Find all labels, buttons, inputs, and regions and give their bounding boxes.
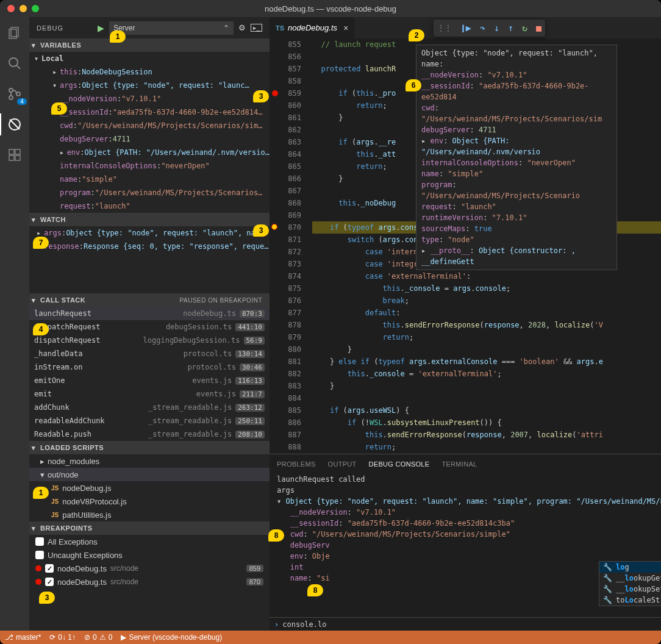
debug-status[interactable]: ▶ Server (vscode-node-debug) <box>121 633 222 642</box>
stack-frame[interactable]: readableAddChunk_stream_readable.js250:1… <box>29 414 270 428</box>
svg-rect-12 <box>15 149 20 154</box>
explorer-icon[interactable] <box>6 24 23 41</box>
loaded-script[interactable]: ▸node_modules <box>29 454 270 468</box>
stack-frame[interactable]: _handleDataprotocol.ts130:14 <box>29 347 270 360</box>
continue-button[interactable]: ❙▶ <box>460 23 471 34</box>
debug-header: DEBUG ▶ Server⌃ ⚙ ▸_ <box>29 17 270 38</box>
callout-marker: 8 <box>268 529 284 542</box>
scope-local[interactable]: ▾Local <box>29 52 270 65</box>
branch-status[interactable]: ⎇ master* <box>5 633 41 642</box>
maximize-window[interactable] <box>32 5 39 12</box>
suggest-item[interactable]: 🔧toLocaleString <box>599 595 661 606</box>
loaded-script[interactable]: JSpathUtilities.js <box>29 508 270 521</box>
all-exceptions[interactable]: All Exceptions <box>29 535 270 548</box>
breakpoint-row[interactable]: nodeDebug.tssrc/node859 <box>29 562 270 575</box>
svg-rect-11 <box>15 156 20 160</box>
drag-handle-icon[interactable]: ⋮⋮ <box>437 24 452 32</box>
svg-rect-9 <box>9 149 14 154</box>
stack-frame[interactable]: addChunk_stream_readable.js263:12 <box>29 401 270 414</box>
extensions-icon[interactable] <box>6 146 23 163</box>
debug-toolbar[interactable]: ⋮⋮ ❙▶ ↷ ↓ ↑ ↻ ■ <box>434 20 545 37</box>
variable-row[interactable]: program: "/Users/weinand/MS/Projects/Sce… <box>29 186 270 199</box>
variable-row[interactable]: debugServer: 4711 <box>29 132 270 146</box>
scm-icon[interactable]: 4 <box>6 85 23 102</box>
variable-row[interactable]: ▸env: Object {PATH: "/Users/weinand/.nvm… <box>29 146 270 159</box>
debug-hover[interactable]: Object {type: "node", request: "launch",… <box>416 45 617 270</box>
variable-row[interactable]: name: "simple" <box>29 173 270 186</box>
callout-marker: 4 <box>33 323 49 335</box>
stack-frame[interactable]: inStream.onprotocol.ts30:46 <box>29 360 270 374</box>
variable-row[interactable]: request: "launch" <box>29 199 270 213</box>
stack-frame[interactable]: dispatchRequestloggingDebugSession.ts56:… <box>29 334 270 347</box>
panel-tabs: PROBLEMS OUTPUT DEBUG CONSOLE TERMINAL <box>270 454 661 474</box>
callout-marker: 3 <box>253 224 269 237</box>
debug-label: DEBUG <box>37 24 63 32</box>
repl-input[interactable]: ›console.lo <box>270 617 661 631</box>
close-window[interactable] <box>7 5 15 12</box>
editor-area: TS nodeDebug.ts × ⋮⋮ ❙▶ ↷ ↓ ↑ ↻ ■ 855856… <box>270 17 661 631</box>
variable-row[interactable]: ▾args: Object {type: "node", request: "l… <box>29 79 270 92</box>
checkbox[interactable] <box>35 551 44 559</box>
step-out-button[interactable]: ↑ <box>508 23 513 34</box>
callout-marker: 7 <box>33 237 49 249</box>
callstack-header[interactable]: ▾CALL STACKPAUSED ON BREAKPOINT <box>29 293 270 307</box>
step-into-button[interactable]: ↓ <box>494 23 499 34</box>
callout-marker: 2 <box>409 29 424 41</box>
callout-marker: 8 <box>307 584 323 596</box>
loaded-script[interactable]: JSnodeV8Protocol.js <box>29 495 270 508</box>
tab-terminal[interactable]: TERMINAL <box>441 460 477 468</box>
tab-output[interactable]: OUTPUT <box>328 460 357 468</box>
variable-row[interactable]: cwd: "/Users/weinand/MS/Projects/Scenari… <box>29 119 270 132</box>
restart-button[interactable]: ↻ <box>522 23 527 34</box>
bottom-panel: PROBLEMS OUTPUT DEBUG CONSOLE TERMINAL l… <box>270 454 661 631</box>
watch-header[interactable]: ▾WATCH <box>29 213 270 226</box>
variable-row[interactable]: internalConsoleOptions: "neverOpen" <box>29 159 270 173</box>
launch-config-select[interactable]: Server⌃ <box>109 21 234 35</box>
svg-line-8 <box>10 120 20 129</box>
start-debugging-button[interactable]: ▶ <box>98 23 104 33</box>
suggest-item[interactable]: 🔧__lookupGetter__ <box>599 573 661 584</box>
close-icon[interactable]: × <box>343 23 348 33</box>
loaded-script[interactable]: ▾out/node <box>29 468 270 481</box>
errors-status[interactable]: ⊘ 0 ⚠ 0 <box>84 633 112 642</box>
loaded-script[interactable]: JSnodeDebug.js <box>29 481 270 495</box>
sync-status[interactable]: ⟳ 0↓ 1↑ <box>49 633 76 642</box>
svg-point-5 <box>9 96 13 99</box>
search-icon[interactable] <box>6 55 23 72</box>
tab-problems[interactable]: PROBLEMS <box>277 460 316 468</box>
traffic-lights <box>0 5 39 12</box>
watch-row[interactable]: ▸args: Object {type: "node", request: "l… <box>29 226 270 240</box>
stack-frame[interactable]: emitevents.js211:7 <box>29 387 270 401</box>
variable-row[interactable]: ▸this: NodeDebugSession <box>29 65 270 79</box>
checkbox[interactable] <box>35 537 44 546</box>
gear-icon[interactable]: ⚙ <box>238 23 246 32</box>
breakpoints-header[interactable]: ▾BREAKPOINTS <box>29 521 270 535</box>
stack-frame[interactable]: dispatchRequestdebugSession.ts441:10 <box>29 320 270 334</box>
checkbox[interactable] <box>45 564 54 573</box>
svg-line-3 <box>16 65 20 69</box>
suggest-item[interactable]: 🔧__lookupSetter__ <box>599 584 661 595</box>
uncaught-exceptions[interactable]: Uncaught Exceptions <box>29 548 270 562</box>
watch-row[interactable]: ▸response: Response {seq: 0, type: "resp… <box>29 240 270 253</box>
activity-bar: 4 <box>0 17 29 631</box>
stack-frame[interactable]: launchRequestnodeDebug.ts870:3 <box>29 307 270 320</box>
checkbox[interactable] <box>45 578 54 586</box>
minimize-window[interactable] <box>20 5 27 12</box>
stack-frame[interactable]: Readable.push_stream_readable.js208:10 <box>29 428 270 441</box>
console-icon[interactable]: ▸_ <box>251 24 262 32</box>
suggest-item[interactable]: 🔧log <box>599 562 661 573</box>
tab-debug-console[interactable]: DEBUG CONSOLE <box>369 460 430 468</box>
breakpoint-row[interactable]: nodeDebug.tssrc/node870 <box>29 575 270 589</box>
debug-icon[interactable] <box>6 116 23 133</box>
step-over-button[interactable]: ↷ <box>480 23 485 34</box>
variables-header[interactable]: ▾VARIABLES <box>29 38 270 52</box>
stop-button[interactable]: ■ <box>536 23 541 34</box>
tab-nodedebug[interactable]: TS nodeDebug.ts × <box>270 17 354 38</box>
loaded-scripts-header[interactable]: ▾LOADED SCRIPTS <box>29 441 270 454</box>
variable-row[interactable]: __nodeVersion: "v7.10.1" <box>29 92 270 106</box>
code-editor[interactable]: 8558568578588598608618628638648658668678… <box>270 38 661 454</box>
stack-frame[interactable]: emitOneevents.js116:13 <box>29 374 270 387</box>
suggest-widget[interactable]: 🔧log🔧__lookupGetter__🔧__lookupSetter__🔧t… <box>599 561 661 606</box>
gutter[interactable]: 8558568578588598608618628638648658668678… <box>270 38 312 454</box>
code-content[interactable]: Object {type: "node", request: "launch",… <box>312 38 661 454</box>
